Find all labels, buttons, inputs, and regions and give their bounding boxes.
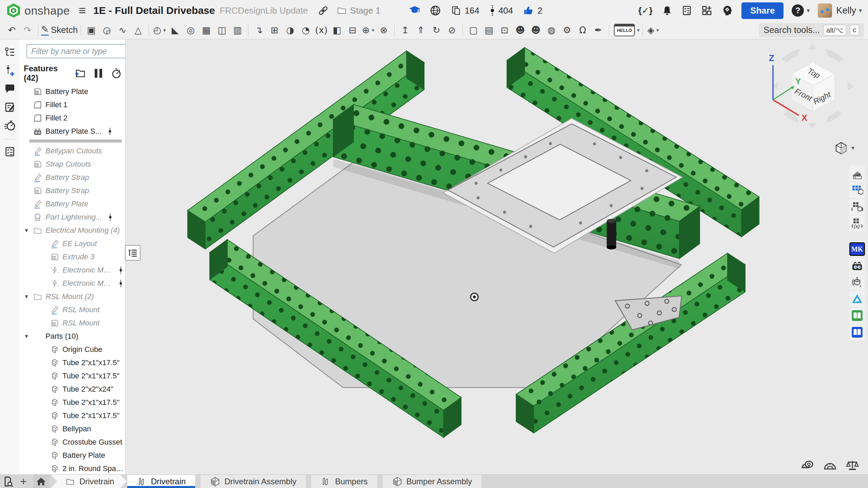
feature-item[interactable]: Fillet 1 (20, 98, 125, 111)
new-folder-button[interactable] (74, 68, 86, 78)
toolbar-buddy-feature[interactable]: ◍ (544, 23, 559, 38)
mk-app-button[interactable]: MK (849, 241, 865, 258)
mass-properties-button[interactable] (846, 459, 859, 471)
toolbar-divider[interactable] (149, 24, 149, 36)
feature-item[interactable]: Battery Plate (20, 197, 125, 210)
toolbar-marker-pen[interactable]: ✒ (590, 23, 606, 38)
feature-item[interactable]: RSL Mount (20, 303, 125, 316)
toolbar-circular-pattern[interactable]: ◔ (298, 23, 314, 38)
toolbar-gear-feature[interactable]: ⚙ (559, 23, 575, 38)
toolbar-boolean[interactable]: ◑ (282, 23, 298, 38)
add-tab-button[interactable]: + (16, 475, 31, 488)
toolbar-custom-cube[interactable]: ◈▾ (645, 23, 661, 38)
toolbar-sweep[interactable]: ∿ (115, 23, 130, 38)
public-document-button[interactable] (430, 5, 441, 16)
history-button[interactable] (2, 118, 17, 133)
feature-item[interactable]: ▾Electrical Mounting (4) (20, 224, 125, 237)
feature-item[interactable]: Battery Plate S... (20, 125, 125, 138)
toolbar-divider[interactable] (394, 24, 395, 36)
suspend-rebuild-button[interactable] (95, 69, 102, 78)
copy-link-button[interactable] (318, 5, 328, 16)
part-item[interactable]: ▾Parts (10) (20, 330, 125, 343)
document-menu-icon[interactable]: ≡ (79, 4, 86, 17)
tab-bumpers[interactable]: Bumpers (311, 475, 377, 488)
featurescript-button[interactable]: {✓} (638, 5, 653, 16)
toolbar-sketch[interactable]: ✎Sketch (41, 23, 78, 38)
share-button[interactable]: Share (741, 2, 784, 19)
toolbar-fillet[interactable]: ◴▾ (152, 23, 167, 38)
ai-advisor-button[interactable] (722, 5, 733, 16)
comments-button[interactable] (2, 81, 17, 96)
filter-input[interactable] (26, 44, 126, 58)
toolbar-redo[interactable]: ↷ (20, 23, 35, 38)
toolbar-divider[interactable] (642, 24, 643, 36)
robot-app-button[interactable] (849, 258, 865, 274)
toolbar-variable[interactable]: (x) (314, 23, 329, 38)
toolbar-delete-part[interactable]: ⊗ (376, 23, 392, 38)
feature-item[interactable]: Part Lightening... (20, 210, 125, 224)
toolbar-undo[interactable]: ↶ (4, 23, 20, 38)
tasks-button[interactable] (682, 5, 692, 16)
learning-center-button[interactable] (409, 5, 420, 16)
part-item[interactable]: Crosstube Gusset (20, 435, 125, 449)
toolbar-tube-generator[interactable]: ▤ (481, 23, 497, 38)
part-item[interactable]: 2 in. Round Spacer (20, 462, 125, 474)
custom-table-button[interactable] (849, 199, 865, 215)
feature-item[interactable]: Electronic Mou... (20, 277, 125, 290)
toolbar-divider[interactable] (248, 24, 248, 36)
versions-stat[interactable]: 404 (490, 5, 513, 16)
toolbar-loft[interactable]: △ (130, 23, 146, 38)
feature-item[interactable]: Battery Plate (20, 85, 125, 98)
rollback-handle[interactable] (125, 245, 140, 261)
toolbar-divider[interactable] (609, 24, 609, 36)
feature-item[interactable]: RSL Mount (20, 316, 125, 330)
manage-tabs-button[interactable] (0, 475, 16, 488)
3d-viewport[interactable]: Top Front Right Z X Y ▾ (126, 39, 868, 474)
model-tree-button[interactable] (2, 45, 17, 60)
toolbar-divider[interactable] (80, 24, 81, 36)
toolbar-robot-feature-1[interactable]: ☻ (512, 23, 528, 38)
toolbar-trim[interactable]: ⊟ (345, 23, 360, 38)
rebuild-time-button[interactable] (111, 68, 122, 79)
feature-item[interactable]: Battery Strap (20, 184, 125, 197)
apps-button[interactable] (701, 5, 712, 16)
part-item[interactable]: Tube 2"x1"x17.5" (20, 369, 125, 382)
toolbar-transform[interactable]: ⊕▾ (360, 23, 376, 38)
blue-book-app-button[interactable] (849, 324, 865, 340)
appearance-panel-button[interactable] (849, 166, 865, 182)
tab-drivetrain[interactable]: Drivetrain (127, 475, 195, 488)
round-spacer-part[interactable] (607, 219, 616, 249)
part-item[interactable]: Tube 2"x1"x17.5" (20, 409, 125, 422)
toolbar-derived[interactable]: ↴ (251, 23, 267, 38)
tab-drivetrain-folder[interactable]: Drivetrain (51, 475, 127, 488)
rollback-bar[interactable] (29, 139, 122, 143)
part-table-button[interactable] (849, 182, 865, 199)
feature-item[interactable]: Extrude 3 (20, 250, 125, 263)
toolbar-thicken[interactable]: ▥ (230, 23, 245, 38)
help-menu[interactable]: ? ▾ (792, 4, 810, 17)
protractor-button[interactable] (823, 459, 837, 471)
tab-bumper-assembly[interactable]: Bumper Assembly (383, 475, 482, 488)
toolbar-hollow-cube[interactable]: ⊡ (497, 23, 512, 38)
feature-cube-app-button[interactable] (849, 274, 865, 291)
feature-item[interactable]: Strap Cutouts (20, 157, 125, 171)
toolbar-divider[interactable] (38, 24, 38, 36)
variable-table-button[interactable]: (x) (849, 215, 865, 232)
triangle-app-button[interactable] (849, 291, 865, 307)
tab-drivetrain-assembly[interactable]: Drivetrain Assembly (201, 475, 306, 488)
workspace-selector[interactable]: Stage 1 (337, 5, 381, 16)
onshape-logo[interactable]: onshape (6, 3, 70, 18)
part-item[interactable]: Tube 2"x1"x17.5" (20, 356, 125, 369)
part-item[interactable]: Battery Plate (20, 449, 125, 462)
toolbar-offset-surface[interactable]: ⇑ (413, 23, 429, 38)
toolbar-chamfer[interactable]: ◣ (167, 23, 183, 38)
toolbar-split[interactable]: ◧ (329, 23, 345, 38)
toolbar-belt-feature[interactable]: Ω (575, 23, 590, 38)
toolbar-modify-fillet[interactable]: ↻ (429, 23, 444, 38)
user-menu[interactable]: Kelly ▾ (836, 5, 862, 16)
checklist-panel-button[interactable] (2, 144, 17, 159)
avatar[interactable] (818, 3, 832, 18)
part-item[interactable]: Tube 2"x1"x17.5" (20, 396, 125, 409)
tape-measure-button[interactable] (801, 459, 814, 471)
toolbar-linear-pattern[interactable]: ▦ (199, 23, 214, 38)
